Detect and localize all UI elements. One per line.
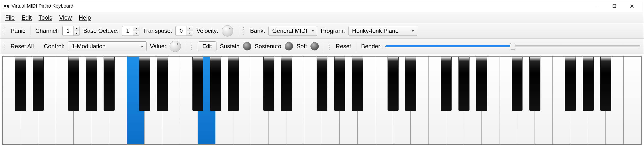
control-combo[interactable]: 1-Modulation: [68, 41, 146, 51]
separator: [324, 41, 324, 51]
black-key[interactable]: [157, 57, 168, 111]
channel-up[interactable]: ▲: [74, 26, 80, 31]
reset-all-button[interactable]: Reset All: [10, 43, 34, 50]
maximize-button[interactable]: [606, 0, 623, 12]
separator: [39, 41, 39, 51]
chevron-down-icon: [311, 27, 315, 34]
titlebar: Virtual MIDI Piano Keyboard: [0, 0, 644, 12]
reset-button[interactable]: Reset: [336, 43, 351, 50]
menu-help[interactable]: Help: [79, 14, 91, 21]
toolbar-grip-icon: [191, 42, 194, 51]
separator: [30, 26, 30, 36]
svg-rect-10: [613, 5, 616, 7]
bender-slider-wrap: [385, 43, 640, 49]
toolbar-grip-icon: [329, 42, 331, 51]
black-key[interactable]: [565, 57, 576, 111]
close-button[interactable]: [623, 0, 641, 12]
black-key[interactable]: [68, 57, 79, 111]
value-knob[interactable]: [170, 41, 181, 52]
bank-value: General MIDI: [272, 27, 307, 34]
slider-thumb[interactable]: [510, 43, 516, 49]
program-value: Honky-tonk Piano: [352, 27, 398, 34]
black-key[interactable]: [139, 57, 150, 111]
transpose-spinbox[interactable]: ▲▼: [176, 26, 193, 36]
black-key[interactable]: [86, 57, 97, 111]
black-key[interactable]: [192, 57, 204, 111]
toolbar-grip-icon: [4, 42, 6, 51]
bender-label: Bender:: [361, 43, 382, 50]
black-key[interactable]: [15, 57, 26, 111]
app-icon: [3, 3, 9, 9]
piano-area: [0, 54, 644, 147]
soft-led[interactable]: [310, 42, 319, 50]
black-key[interactable]: [210, 57, 221, 111]
bank-combo[interactable]: General MIDI: [268, 26, 317, 36]
transpose-down[interactable]: ▼: [187, 31, 193, 35]
channel-spinbox[interactable]: ▲▼: [62, 26, 80, 36]
piano-keyboard: [2, 56, 642, 145]
sostenuto-led[interactable]: [285, 42, 293, 50]
white-key[interactable]: [624, 57, 641, 144]
program-combo[interactable]: Honky-tonk Piano: [348, 26, 417, 36]
toolbar-main: Panic Channel: ▲▼ Base Octave: ▲▼ Transp…: [0, 23, 644, 39]
program-label: Program:: [321, 27, 345, 34]
toolbar-grip-icon: [243, 26, 246, 35]
base-octave-spinbox[interactable]: ▲▼: [122, 26, 140, 36]
app-window: Virtual MIDI Piano Keyboard File Edit To…: [0, 0, 644, 147]
transpose-label: Transpose:: [143, 27, 172, 34]
separator: [356, 41, 356, 51]
black-key[interactable]: [228, 57, 239, 111]
svg-rect-8: [7, 5, 8, 7]
black-key[interactable]: [263, 57, 274, 111]
base-octave-down[interactable]: ▼: [133, 31, 139, 35]
window-title: Virtual MIDI Piano Keyboard: [12, 3, 588, 9]
menu-edit[interactable]: Edit: [22, 14, 32, 21]
chevron-down-icon: [140, 43, 144, 50]
transpose-up[interactable]: ▲: [187, 26, 193, 31]
velocity-label: Velocity:: [196, 27, 218, 34]
transpose-input[interactable]: [176, 26, 186, 35]
separator: [238, 26, 238, 36]
svg-rect-7: [6, 5, 6, 7]
channel-input[interactable]: [62, 26, 74, 35]
black-key[interactable]: [104, 57, 114, 111]
black-key[interactable]: [33, 57, 44, 111]
base-octave-input[interactable]: [122, 26, 133, 35]
menubar: File Edit Tools View Help: [0, 12, 644, 23]
svg-rect-5: [8, 5, 8, 8]
menu-file[interactable]: File: [5, 14, 15, 21]
velocity-knob[interactable]: [222, 25, 233, 36]
black-key[interactable]: [352, 57, 363, 111]
base-octave-up[interactable]: ▲: [133, 26, 139, 31]
sustain-led[interactable]: [243, 42, 251, 50]
black-key[interactable]: [388, 57, 398, 111]
black-key[interactable]: [405, 57, 416, 111]
panic-button[interactable]: Panic: [10, 27, 25, 34]
separator: [186, 41, 186, 51]
menu-tools[interactable]: Tools: [38, 14, 52, 21]
black-key[interactable]: [316, 57, 328, 111]
black-key[interactable]: [476, 57, 487, 111]
black-key[interactable]: [441, 57, 452, 111]
channel-down[interactable]: ▼: [74, 31, 80, 35]
control-value: 1-Modulation: [72, 43, 106, 50]
minimize-button[interactable]: [588, 0, 606, 12]
black-key[interactable]: [512, 57, 523, 111]
edit-button[interactable]: Edit: [198, 41, 216, 51]
svg-rect-3: [6, 5, 7, 8]
menu-view[interactable]: View: [59, 14, 72, 21]
chevron-down-icon: [411, 27, 414, 34]
control-label: Control:: [44, 43, 64, 50]
black-key[interactable]: [334, 57, 345, 111]
black-key[interactable]: [530, 57, 540, 111]
bank-label: Bank:: [250, 27, 265, 34]
black-key[interactable]: [600, 57, 611, 111]
black-key[interactable]: [583, 57, 594, 111]
sustain-label: Sustain: [220, 43, 240, 50]
bender-slider[interactable]: [385, 43, 640, 49]
value-label: Value:: [150, 43, 166, 50]
window-controls: [588, 0, 641, 12]
black-key[interactable]: [281, 57, 292, 111]
black-key[interactable]: [458, 57, 470, 111]
toolbar-controllers: Reset All Control: 1-Modulation Value: E…: [0, 39, 644, 54]
